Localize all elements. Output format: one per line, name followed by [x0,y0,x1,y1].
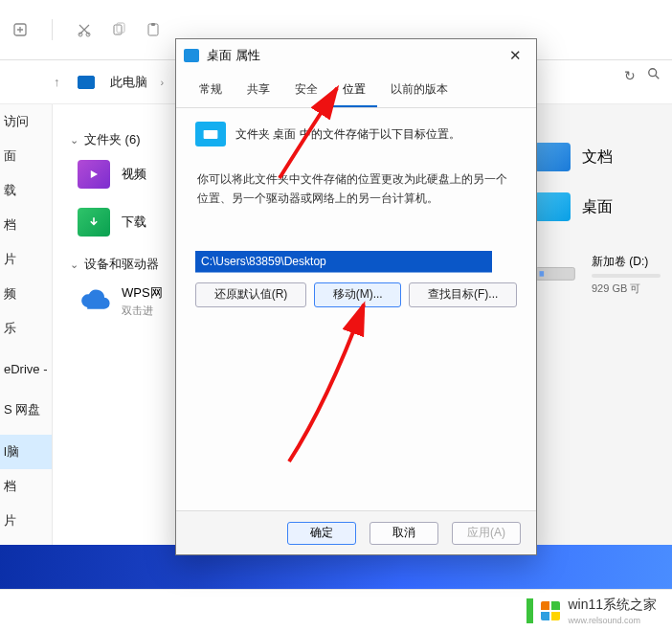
drive-d[interactable]: 新加卷 (D:) 929 GB 可 [534,254,659,296]
device-wps[interactable]: WPS网 双击进 [78,284,178,318]
dialog-body: 文件夹 桌面 中的文件存储于以下目标位置。 你可以将此文件夹中文件存储的位置更改… [176,108,536,510]
download-folder-icon [78,208,110,237]
search-icon[interactable] [647,67,661,83]
folder-documents[interactable]: 文档 [534,143,659,171]
drive-icon [534,259,578,291]
sidebar-item[interactable]: S 网盘 [0,393,52,427]
folder-desktop-label: 桌面 [582,197,613,217]
group-devices-label: 设备和驱动器 [84,256,159,273]
group-devices-title[interactable]: ⌄ 设备和驱动器 [70,256,178,273]
sidebar-item[interactable]: 片 [0,242,52,277]
properties-dialog: 桌面 属性 ✕ 常规 共享 安全 位置 以前的版本 文件夹 桌面 中的文件存储于… [175,38,537,555]
svg-rect-11 [204,130,218,139]
close-button[interactable]: ✕ [502,47,528,64]
sidebar-item[interactable]: 档 [0,469,52,504]
tab-location[interactable]: 位置 [331,76,377,107]
tab-share[interactable]: 共享 [235,76,281,107]
svg-marker-8 [91,170,98,178]
watermark: win11系统之家 www.relsound.com [0,589,672,631]
drive-free: 929 GB 可 [592,282,661,296]
sidebar-item[interactable]: eDrive - Pers [0,353,52,385]
svg-rect-10 [540,271,545,277]
address-right-icons: ↻ [624,67,661,83]
info-text: 文件夹 桌面 中的文件存储于以下目标位置。 [235,125,460,143]
folder-info-icon [195,122,226,146]
paste-icon[interactable] [145,21,162,38]
find-target-button[interactable]: 查找目标(F)... [409,282,517,307]
copy-icon[interactable] [110,21,127,38]
chevron-right-icon[interactable]: › [161,77,165,88]
tab-security[interactable]: 安全 [283,76,329,107]
move-button[interactable]: 移动(M)... [314,282,401,307]
sidebar-item[interactable]: 片 [0,504,52,538]
tab-general[interactable]: 常规 [188,76,234,107]
apply-button[interactable]: 应用(A) [452,522,521,545]
drive-name: 新加卷 (D:) [592,254,661,270]
svg-rect-6 [151,23,155,26]
restore-default-button[interactable]: 还原默认值(R) [195,282,306,307]
tab-strip: 常规 共享 安全 位置 以前的版本 [176,72,536,108]
folder-desktop[interactable]: 桌面 [534,192,659,221]
group-folders-title[interactable]: ⌄ 文件夹 (6) [70,131,178,148]
refresh-icon[interactable]: ↻ [624,68,636,83]
action-buttons: 还原默认值(R) 移动(M)... 查找目标(F)... [195,282,517,307]
folder-download[interactable]: 下载 [78,208,178,237]
right-folder-pane: 文档 桌面 新加卷 (D:) 929 GB 可 [534,143,659,296]
sidebar: 访问 面 载 档 片 频 乐 eDrive - Pers S 网盘 l脑 档 片 [0,104,53,551]
new-icon[interactable] [11,21,29,38]
chevron-down-icon: ⌄ [70,259,78,271]
sidebar-item[interactable]: 频 [0,277,52,311]
toolbar-divider [52,19,53,40]
folder-video-label: 视频 [122,166,146,183]
desc-line2: 位置、另一个驱动器或网络上的另一台计算机。 [197,189,515,208]
sidebar-item[interactable]: 档 [0,208,52,242]
watermark-url: www.relsound.com [568,616,657,625]
path-underline [195,272,492,273]
ok-button[interactable]: 确定 [287,522,356,545]
device-wps-sub: 双击进 [122,304,163,318]
desc-line1: 你可以将此文件夹中文件存储的位置更改为此硬盘上的另一个 [197,169,515,189]
watermark-logo-icon [541,601,560,620]
breadcrumb-label[interactable]: 此电脑 [110,74,147,91]
cut-icon[interactable] [76,21,93,38]
chevron-down-icon: ⌄ [70,134,78,146]
sidebar-item-thispc[interactable]: l脑 [0,435,52,469]
folder-download-label: 下载 [122,214,146,231]
watermark-bar [526,598,533,623]
tab-previous[interactable]: 以前的版本 [379,76,459,107]
dialog-title: 桌面 属性 [207,47,260,64]
group-folders-label: 文件夹 (6) [84,131,141,148]
path-value: C:\Users\83859\Desktop [201,255,326,268]
sidebar-item[interactable]: 乐 [0,311,52,346]
device-wps-label: WPS网 [122,284,163,302]
folder-small-icon [184,49,199,62]
video-folder-icon [78,160,110,189]
drive-usage-bar [592,274,661,278]
documents-folder-icon [534,143,571,171]
sidebar-item[interactable]: 访问 [0,104,52,139]
folder-documents-label: 文档 [582,147,613,168]
desktop-folder-icon [534,192,571,221]
nav-up-icon[interactable]: ↑ [54,75,60,89]
folder-pane: ⌄ 文件夹 (6) 视频 下载 ⌄ 设备和驱动器 WPS网 双击进 [53,104,179,551]
cancel-button[interactable]: 取消 [370,522,438,545]
cloud-icon [78,287,110,316]
svg-point-7 [649,69,657,77]
sidebar-item[interactable]: 面 [0,139,52,173]
dialog-footer: 确定 取消 应用(A) [176,510,536,554]
info-row: 文件夹 桌面 中的文件存储于以下目标位置。 [195,122,517,146]
this-pc-icon [78,76,95,89]
watermark-text: win11系统之家 [568,597,657,614]
sidebar-item[interactable]: 载 [0,173,52,208]
description: 你可以将此文件夹中文件存储的位置更改为此硬盘上的另一个 位置、另一个驱动器或网络… [197,169,515,209]
path-input[interactable]: C:\Users\83859\Desktop [195,251,492,272]
folder-video[interactable]: 视频 [78,160,178,189]
dialog-titlebar: 桌面 属性 ✕ [176,39,536,72]
